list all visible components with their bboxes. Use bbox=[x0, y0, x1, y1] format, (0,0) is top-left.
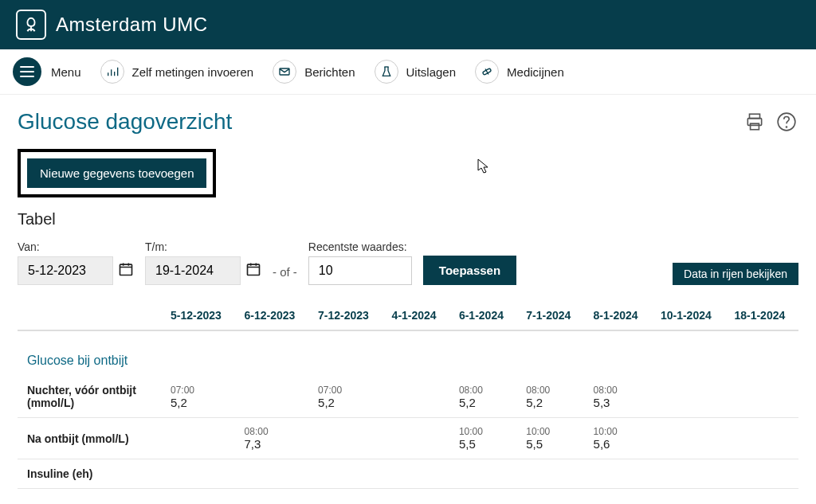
filter-bar: Van: T/m: - of - Recentste waardes: bbox=[18, 240, 798, 285]
cell-value: 5,2 bbox=[526, 396, 574, 409]
brand-logo: Amsterdam UMC bbox=[16, 10, 208, 40]
cell-value: 5,5 bbox=[459, 437, 507, 451]
cell-time: 08:00 bbox=[245, 426, 300, 437]
cell-value: 7,3 bbox=[245, 437, 300, 451]
data-cell: 08:005,2 bbox=[449, 376, 516, 418]
cell-time: 10:00 bbox=[459, 426, 507, 437]
data-cell bbox=[382, 459, 449, 489]
page-content: Glucose dagoverzicht Nieuwe gegevens toe… bbox=[0, 95, 816, 503]
date-header: 5-12-2023 bbox=[161, 301, 235, 330]
chart-icon bbox=[100, 60, 124, 84]
pill-icon bbox=[475, 60, 499, 84]
table-section-header: Glucose bij ontbijt bbox=[18, 330, 798, 376]
data-cell: 07:005,2 bbox=[308, 376, 382, 418]
recent-label: Recentste waardes: bbox=[308, 240, 412, 253]
glucose-table: 5-12-2023 6-12-2023 7-12-2023 4-1-2024 6… bbox=[18, 301, 798, 489]
row-label: Na ontbijt (mmol/L) bbox=[18, 418, 161, 459]
data-cell: 07:005,2 bbox=[161, 376, 235, 418]
nav-label: Berichten bbox=[304, 65, 355, 79]
date-header: 7-12-2023 bbox=[308, 301, 382, 330]
nav-label: Zelf metingen invoeren bbox=[132, 65, 254, 79]
table-section-title: Tabel bbox=[18, 210, 798, 229]
hamburger-menu-icon[interactable] bbox=[13, 57, 41, 86]
cell-value: 5,5 bbox=[526, 437, 574, 451]
cell-value: 5,6 bbox=[594, 437, 641, 451]
date-header: 18-1-2024 bbox=[724, 301, 798, 330]
svg-point-6 bbox=[786, 127, 787, 127]
nav-messages[interactable]: Berichten bbox=[273, 60, 355, 84]
data-cell bbox=[308, 418, 382, 459]
date-header: 4-1-2024 bbox=[382, 301, 449, 330]
tulip-icon bbox=[16, 10, 46, 40]
to-date-input[interactable] bbox=[145, 256, 241, 285]
view-rows-button[interactable]: Data in rijen bekijken bbox=[673, 263, 798, 285]
page-title: Glucose dagoverzicht bbox=[18, 109, 232, 135]
to-label: T/m: bbox=[145, 240, 261, 253]
data-cell: 10:005,5 bbox=[449, 418, 516, 459]
nav-results[interactable]: Uitslagen bbox=[375, 60, 457, 84]
data-cell bbox=[651, 418, 725, 459]
flask-icon bbox=[375, 60, 398, 84]
data-cell bbox=[161, 459, 235, 489]
date-header: 6-1-2024 bbox=[449, 301, 516, 330]
apply-button[interactable]: Toepassen bbox=[423, 256, 516, 285]
nav-label: Uitslagen bbox=[406, 65, 457, 79]
from-label: Van: bbox=[18, 240, 134, 253]
cell-time: 08:00 bbox=[526, 385, 574, 396]
data-cell bbox=[235, 376, 309, 418]
cell-time: 08:00 bbox=[594, 385, 641, 396]
data-cell bbox=[449, 459, 516, 489]
data-cell: 10:005,5 bbox=[516, 418, 583, 459]
nav-medications[interactable]: Medicijnen bbox=[475, 60, 564, 84]
row-label: Nuchter, vóór ontbijt (mmol/L) bbox=[18, 376, 161, 418]
svg-rect-8 bbox=[248, 264, 260, 275]
cell-time: 08:00 bbox=[459, 385, 507, 396]
data-cell bbox=[161, 418, 235, 459]
data-cell bbox=[724, 418, 798, 459]
svg-rect-7 bbox=[120, 264, 132, 275]
table-row: Na ontbijt (mmol/L)08:007,310:005,510:00… bbox=[18, 418, 798, 459]
data-cell: 08:005,3 bbox=[584, 376, 651, 418]
data-cell: 10:005,6 bbox=[584, 418, 651, 459]
cell-time: 07:00 bbox=[318, 385, 373, 396]
recent-count-input[interactable] bbox=[308, 256, 412, 285]
from-date-input[interactable] bbox=[18, 256, 113, 285]
print-icon[interactable] bbox=[743, 110, 767, 134]
data-cell bbox=[382, 376, 449, 418]
section-label: Glucose bij ontbijt bbox=[18, 330, 798, 376]
nav-self-measurements[interactable]: Zelf metingen invoeren bbox=[100, 60, 254, 84]
row-label: Insuline (eh) bbox=[18, 459, 161, 489]
data-cell: 08:007,3 bbox=[235, 418, 309, 459]
spacer bbox=[423, 240, 516, 252]
calendar-icon[interactable] bbox=[245, 261, 261, 280]
add-data-button[interactable]: Nieuwe gegevens toevoegen bbox=[27, 158, 206, 188]
mail-icon bbox=[273, 60, 296, 84]
data-cell bbox=[308, 459, 382, 489]
data-cell bbox=[235, 459, 309, 489]
cell-value: 5,2 bbox=[459, 396, 507, 409]
help-icon[interactable] bbox=[775, 110, 798, 134]
data-cell bbox=[651, 376, 725, 418]
cell-time: 07:00 bbox=[171, 385, 226, 396]
or-separator: - of - bbox=[273, 265, 297, 285]
data-cell bbox=[516, 459, 583, 489]
cell-value: 5,2 bbox=[171, 396, 226, 409]
date-header: 8-1-2024 bbox=[584, 301, 651, 330]
data-cell: 08:005,2 bbox=[516, 376, 583, 418]
svg-rect-4 bbox=[751, 123, 759, 130]
data-cell bbox=[382, 418, 449, 459]
date-header: 7-1-2024 bbox=[516, 301, 583, 330]
cell-time: 10:00 bbox=[526, 426, 574, 437]
data-cell bbox=[724, 376, 798, 418]
calendar-icon[interactable] bbox=[118, 261, 134, 280]
cell-value: 5,2 bbox=[318, 396, 373, 409]
menu-label[interactable]: Menu bbox=[51, 65, 81, 79]
data-cell bbox=[651, 459, 725, 489]
nav-label: Medicijnen bbox=[507, 65, 564, 79]
cell-value: 5,3 bbox=[594, 396, 641, 409]
top-navigation: Menu Zelf metingen invoeren Berichten Ui… bbox=[0, 49, 816, 95]
data-cell bbox=[584, 459, 651, 489]
date-header: 10-1-2024 bbox=[651, 301, 725, 330]
date-header: 6-12-2023 bbox=[235, 301, 309, 330]
table-row: Nuchter, vóór ontbijt (mmol/L)07:005,207… bbox=[18, 376, 798, 418]
